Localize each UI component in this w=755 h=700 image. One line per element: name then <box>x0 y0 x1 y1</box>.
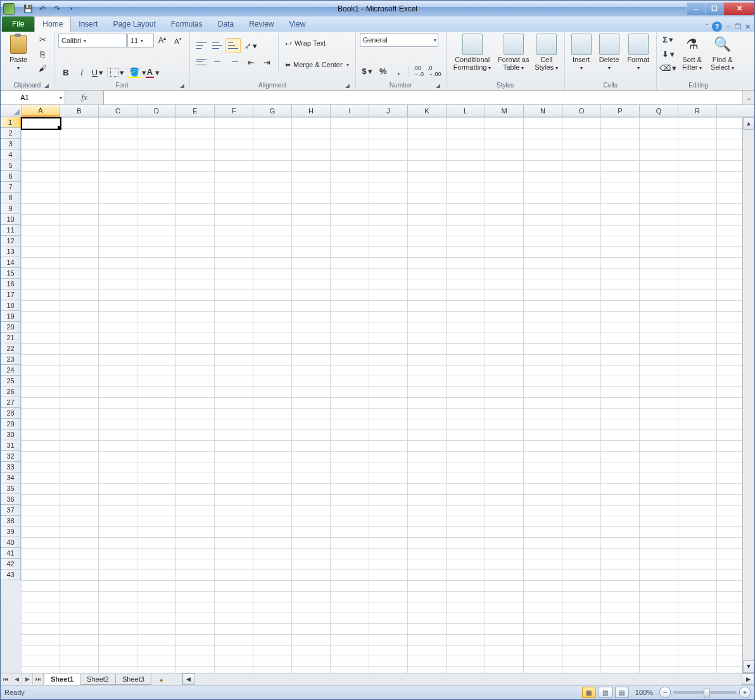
font-color-button[interactable]: A▾ <box>145 65 160 80</box>
row-header-11[interactable]: 11 <box>1 225 21 236</box>
next-sheet-icon[interactable]: ▶ <box>22 673 33 685</box>
row-header-30[interactable]: 30 <box>1 430 21 440</box>
row-header-26[interactable]: 26 <box>1 386 21 397</box>
row-header-41[interactable]: 41 <box>1 548 21 559</box>
scroll-right-icon[interactable]: ▶ <box>742 673 754 685</box>
fill-color-button[interactable]: 🪣▾ <box>129 65 144 80</box>
name-box-input[interactable] <box>1 93 48 102</box>
row-header-3[interactable]: 3 <box>1 139 21 150</box>
clear-button[interactable]: ⌫▾ <box>661 61 676 75</box>
column-header-H[interactable]: H <box>292 105 331 117</box>
column-header-F[interactable]: F <box>215 105 253 117</box>
zoom-level[interactable]: 100% <box>635 689 653 696</box>
tab-data[interactable]: Data <box>210 16 241 32</box>
zoom-out-button[interactable]: − <box>659 687 671 698</box>
close-button[interactable]: ✕ <box>723 3 754 15</box>
row-header-42[interactable]: 42 <box>1 559 21 570</box>
row-header-34[interactable]: 34 <box>1 473 21 483</box>
row-header-25[interactable]: 25 <box>1 376 21 386</box>
row-header-38[interactable]: 38 <box>1 516 21 526</box>
row-header-22[interactable]: 22 <box>1 343 21 354</box>
increase-font-button[interactable]: A▴ <box>155 33 170 48</box>
row-header-16[interactable]: 16 <box>1 279 21 290</box>
tab-review[interactable]: Review <box>241 16 281 32</box>
window-close-icon[interactable]: ✕ <box>745 23 751 31</box>
row-header-36[interactable]: 36 <box>1 494 21 505</box>
row-header-24[interactable]: 24 <box>1 365 21 376</box>
column-header-A[interactable]: A <box>22 105 60 117</box>
tab-insert[interactable]: Insert <box>71 16 105 32</box>
cell-styles-button[interactable]: Cell Styles ▾ <box>533 33 561 72</box>
column-header-N[interactable]: N <box>524 105 562 117</box>
scroll-up-icon[interactable]: ▲ <box>743 117 754 130</box>
zoom-thumb[interactable] <box>704 689 710 697</box>
select-all-button[interactable] <box>1 105 22 117</box>
wrap-text-button[interactable]: ⮐Wrap Text <box>282 36 352 50</box>
align-center-button[interactable] <box>210 54 225 70</box>
row-header-4[interactable]: 4 <box>1 150 21 160</box>
window-min-icon[interactable]: ─ <box>726 23 731 30</box>
help-icon[interactable]: ? <box>712 22 722 32</box>
row-header-8[interactable]: 8 <box>1 193 21 203</box>
scroll-track[interactable] <box>195 673 742 685</box>
bold-button[interactable]: B <box>58 65 73 80</box>
window-restore-icon[interactable]: ❐ <box>735 23 741 31</box>
zoom-in-button[interactable]: + <box>739 687 751 698</box>
row-header-2[interactable]: 2 <box>1 128 21 139</box>
row-header-14[interactable]: 14 <box>1 257 21 268</box>
row-header-33[interactable]: 33 <box>1 462 21 473</box>
tab-file[interactable]: File <box>2 16 34 32</box>
row-header-35[interactable]: 35 <box>1 483 21 494</box>
column-header-Q[interactable]: Q <box>640 105 678 117</box>
find-select-button[interactable]: 🔍Find & Select ▾ <box>709 33 737 72</box>
name-box[interactable]: ▾ <box>1 91 65 104</box>
delete-cells-button[interactable]: Delete▾ <box>597 33 622 72</box>
align-middle-button[interactable] <box>210 38 225 53</box>
tab-home[interactable]: Home <box>34 16 71 32</box>
comma-format-button[interactable]: , <box>391 63 407 79</box>
row-header-1[interactable]: 1 <box>1 117 21 128</box>
sort-filter-button[interactable]: ⚗Sort & Filter ▾ <box>678 33 706 72</box>
normal-view-button[interactable]: ▦ <box>582 687 596 698</box>
column-header-P[interactable]: P <box>601 105 640 117</box>
column-header-G[interactable]: G <box>253 105 292 117</box>
last-sheet-icon[interactable]: ⏭ <box>33 673 44 685</box>
name-box-dropdown-icon[interactable]: ▾ <box>60 95 62 101</box>
column-header-O[interactable]: O <box>562 105 601 117</box>
row-header-20[interactable]: 20 <box>1 322 21 333</box>
row-header-23[interactable]: 23 <box>1 354 21 365</box>
align-right-button[interactable] <box>225 54 241 70</box>
row-header-39[interactable]: 39 <box>1 526 21 537</box>
page-break-view-button[interactable]: ▤ <box>615 687 629 698</box>
page-layout-view-button[interactable]: ▥ <box>599 687 612 698</box>
expand-formula-bar-icon[interactable]: ⌄ <box>742 91 754 105</box>
row-header-17[interactable]: 17 <box>1 290 21 300</box>
borders-button[interactable]: ▾ <box>110 65 125 80</box>
number-format-combo[interactable]: General▾ <box>360 33 438 47</box>
row-header-29[interactable]: 29 <box>1 419 21 430</box>
scroll-down-icon[interactable]: ▼ <box>743 660 754 673</box>
font-launcher-icon[interactable]: ◢ <box>178 82 186 89</box>
sheet-tab-1[interactable]: Sheet1 <box>44 674 80 685</box>
customize-qat-icon[interactable]: ▾ <box>65 3 78 15</box>
percent-format-button[interactable]: % <box>376 63 391 79</box>
merge-center-button[interactable]: ⬌Merge & Center▾ <box>282 58 352 72</box>
scroll-track[interactable] <box>743 130 754 660</box>
formula-input[interactable] <box>104 91 742 104</box>
horizontal-scrollbar[interactable]: ◀ ▶ <box>182 673 754 685</box>
alignment-launcher-icon[interactable]: ◢ <box>344 82 352 89</box>
increase-indent-button[interactable]: ⇥ <box>259 54 274 70</box>
undo-icon[interactable]: ↶ <box>36 3 49 15</box>
decrease-decimal-button[interactable]: .0→.00 <box>427 63 442 79</box>
row-header-27[interactable]: 27 <box>1 397 21 408</box>
row-header-9[interactable]: 9 <box>1 203 21 214</box>
cells-area[interactable] <box>21 117 742 673</box>
minimize-ribbon-icon[interactable]: ˆ <box>706 23 708 30</box>
redo-icon[interactable]: ↷ <box>51 3 63 15</box>
column-header-J[interactable]: J <box>369 105 408 117</box>
underline-button[interactable]: U▾ <box>90 65 105 80</box>
clipboard-launcher-icon[interactable]: ◢ <box>42 82 50 89</box>
row-header-32[interactable]: 32 <box>1 451 21 462</box>
fill-button[interactable]: ⬇▾ <box>661 48 676 61</box>
column-header-R[interactable]: R <box>678 105 717 117</box>
